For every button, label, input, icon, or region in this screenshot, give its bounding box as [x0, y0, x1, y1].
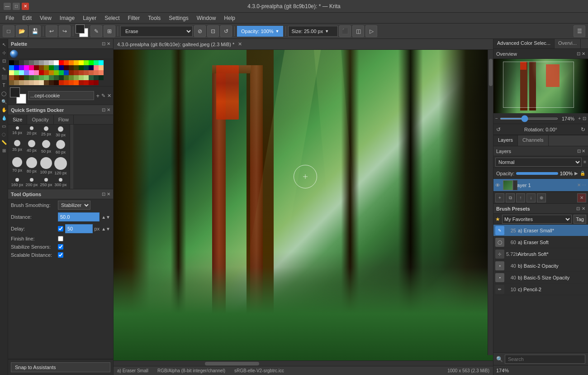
fg-bg-swatch[interactable]	[76, 24, 89, 38]
palette-color-swatch[interactable]	[89, 60, 94, 65]
layer-down-btn[interactable]: ↓	[526, 193, 536, 202]
brush-size-item[interactable]: 250 px	[40, 178, 52, 187]
menu-filter[interactable]: Filter	[124, 14, 144, 22]
brush-add-icon[interactable]: +	[96, 92, 100, 99]
palette-color-swatch[interactable]	[39, 65, 44, 70]
palette-color-swatch[interactable]	[29, 65, 34, 70]
fg-swatch[interactable]	[76, 24, 85, 34]
options-button[interactable]: ☰	[574, 25, 585, 37]
palette-color-swatch[interactable]	[39, 70, 44, 75]
overview-zoom-in[interactable]: +	[578, 116, 581, 121]
redo-button[interactable]: ↪	[59, 25, 71, 37]
tool-brush[interactable]: ✎	[0, 65, 8, 72]
brush-item-2[interactable]: ⊹ 5.72b Airbrush Soft*	[493, 248, 588, 260]
layer-row-1[interactable]: 👁 Layer 1 ✕ ⋯	[493, 179, 588, 192]
reload-button[interactable]: ↺	[220, 25, 232, 37]
palette-color-swatch[interactable]	[9, 75, 14, 80]
tab-advanced-color[interactable]: Advanced Color Selec...	[493, 39, 555, 48]
brush-item-1[interactable]: ◯ 60 a) Eraser Soft	[493, 236, 588, 248]
brush-size-item[interactable]: 80 px	[25, 157, 38, 175]
layer-1-vis-icon[interactable]: 👁	[495, 183, 502, 188]
brush-size-item[interactable]: 100 px	[40, 157, 52, 175]
palette-color-swatch[interactable]	[64, 60, 69, 65]
brush-tool-button[interactable]: ✎	[90, 25, 102, 37]
horizontal-scrollbar[interactable]	[114, 361, 493, 366]
delay-input[interactable]: 50	[65, 224, 93, 233]
save-button[interactable]: 💾	[29, 25, 41, 37]
close-button[interactable]: ✕	[22, 3, 29, 10]
tool-zoom[interactable]: 🔍	[0, 98, 8, 105]
palette-color-swatch[interactable]	[34, 60, 39, 65]
brush-size-item[interactable]: 16 px	[11, 126, 24, 137]
palette-color-swatch[interactable]	[34, 75, 39, 80]
mirror-v-button[interactable]: ◫	[352, 25, 364, 37]
canvas-viewport[interactable]	[114, 50, 493, 361]
brush-size-item[interactable]: 25 px	[40, 126, 52, 137]
palette-color-swatch[interactable]	[69, 70, 74, 75]
palette-color-swatch[interactable]	[44, 65, 49, 70]
palette-color-swatch[interactable]	[29, 60, 34, 65]
palette-color-swatch[interactable]	[89, 75, 94, 80]
color-wheel-icon[interactable]	[10, 50, 18, 58]
brush-item-5[interactable]: ✏ 10 c) Pencil-2	[493, 284, 588, 295]
search-input[interactable]	[505, 355, 585, 364]
stabilize-sensors-checkbox[interactable]	[58, 244, 63, 250]
palette-color-swatch[interactable]	[29, 80, 34, 85]
rotate-cw-icon[interactable]: ↻	[581, 126, 585, 133]
open-button[interactable]: 📂	[16, 25, 28, 37]
delay-checkbox[interactable]	[58, 226, 63, 231]
palette-color-swatch[interactable]	[19, 65, 24, 70]
opacity-display[interactable]: Opacity: 100% ▼	[237, 26, 283, 37]
distance-spinner[interactable]: ▲▼	[101, 215, 110, 220]
brush-size-item[interactable]: 50 px	[40, 140, 52, 154]
palette-color-swatch[interactable]	[94, 80, 99, 85]
opacity-dropdown-icon[interactable]: ▼	[275, 29, 280, 34]
palette-color-swatch[interactable]	[19, 70, 24, 75]
layers-close-icon[interactable]: ✕	[582, 149, 585, 154]
brush-edit-icon[interactable]: ✎	[101, 93, 105, 99]
palette-color-swatch[interactable]	[74, 70, 79, 75]
qs-float-icon[interactable]: ⊡	[102, 107, 105, 112]
palette-color-swatch[interactable]	[64, 80, 69, 85]
vertical-scrollbar[interactable]	[488, 50, 493, 355]
palette-color-swatch[interactable]	[84, 75, 89, 80]
rotate-ccw-icon[interactable]: ↺	[496, 126, 501, 133]
brush-item-4[interactable]: ▪ 40 b) Basic-5 Size Opacity	[493, 272, 588, 284]
scrollbar-v-thumb[interactable]	[489, 59, 493, 86]
qs-scrollbar[interactable]	[70, 125, 73, 189]
scrollbar-h-thumb[interactable]	[205, 362, 259, 365]
menu-edit[interactable]: Edit	[19, 14, 35, 22]
palette-color-swatch[interactable]	[79, 60, 84, 65]
palette-color-swatch[interactable]	[39, 60, 44, 65]
palette-color-swatch[interactable]	[79, 65, 84, 70]
opacity-lock-icon[interactable]: 🔒	[580, 171, 585, 176]
bp-float-icon[interactable]: ⊡	[576, 206, 580, 211]
brush-name-select[interactable]: Erase	[120, 26, 193, 37]
layer-1-more-icon[interactable]: ⋯	[582, 183, 586, 188]
brush-remove-icon[interactable]: ✕	[107, 93, 111, 99]
palette-color-swatch[interactable]	[19, 80, 24, 85]
palette-color-swatch[interactable]	[14, 75, 19, 80]
layer-1-delete-icon[interactable]: ✕	[577, 183, 581, 188]
palette-color-swatch[interactable]	[64, 65, 69, 70]
tab-flow[interactable]: Flow	[54, 115, 74, 124]
layer-merge-btn[interactable]: ⊕	[537, 193, 546, 202]
palette-color-swatch[interactable]	[74, 80, 79, 85]
palette-color-swatch[interactable]	[94, 70, 99, 75]
brush-size-item[interactable]: 200 px	[25, 178, 38, 187]
layers-filter-icon[interactable]: ≡	[583, 159, 586, 164]
bp-close-icon[interactable]: ✕	[582, 206, 585, 211]
palette-color-swatch[interactable]	[84, 60, 89, 65]
tool-pointer[interactable]: ↖	[0, 41, 8, 48]
menu-file[interactable]: File	[2, 14, 18, 22]
palette-color-swatch[interactable]	[24, 60, 29, 65]
overview-thumbnail[interactable]	[493, 59, 588, 113]
palette-color-swatch[interactable]	[19, 75, 24, 80]
undo-button[interactable]: ↩	[46, 25, 57, 37]
palette-color-swatch[interactable]	[24, 65, 29, 70]
opacity-expand-icon[interactable]: ▶	[574, 171, 578, 176]
palette-color-swatch[interactable]	[89, 65, 94, 70]
brush-smoothing-select[interactable]: Stabilizer	[58, 201, 90, 210]
size-display[interactable]: Size: 25.00 px ▼	[288, 26, 338, 37]
palette-color-swatch[interactable]	[39, 80, 44, 85]
